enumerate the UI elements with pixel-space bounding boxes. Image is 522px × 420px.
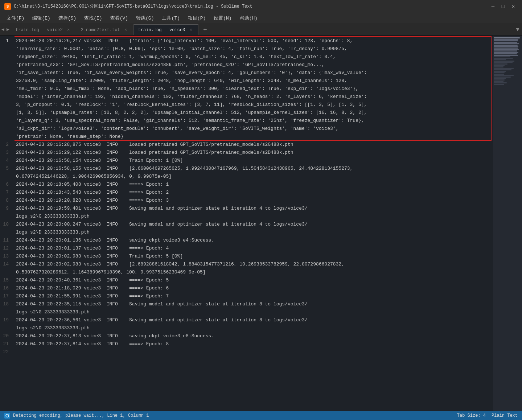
editor-container: 1 2 3 4 5 6 7 8 9 10 11 12 xyxy=(0,36,522,411)
maximize-button[interactable]: □ xyxy=(499,3,507,10)
menu-edit[interactable]: 编辑(E) xyxy=(29,14,54,22)
minimap-line xyxy=(494,84,504,85)
menu-view[interactable]: 查看(V) xyxy=(107,14,132,22)
code-line-10a[interactable]: 2024-04-23 20:20:00,247 voice3 INFO Savi… xyxy=(15,221,493,228)
code-line-1k: 'n_layers_q': 3, 'use_spectral_norm': Fa… xyxy=(15,117,493,125)
menu-find[interactable]: 查找(I) xyxy=(81,14,106,22)
tab-bar: ◀ ▶ train.log — voice2 × 2-name2text.txt… xyxy=(0,23,522,36)
tab-menu-button[interactable]: ▼ xyxy=(513,24,522,35)
line-num-spacer-19 xyxy=(0,324,12,332)
code-line-15[interactable]: 2024-04-23 20:20:40,361 voice3 INFO ====… xyxy=(15,276,493,284)
line-numbers: 1 2 3 4 5 6 7 8 9 10 11 12 xyxy=(0,36,15,411)
code-line-21[interactable]: 2024-04-23 20:22:37,814 voice3 INFO ====… xyxy=(15,340,493,348)
line-num-1: 1 xyxy=(0,37,12,45)
code-line-12[interactable]: 2024-04-23 20:20:01,137 voice3 INFO ====… xyxy=(15,244,493,252)
tab-prev-button[interactable]: ◀ xyxy=(1,26,4,32)
minimap-line xyxy=(494,71,506,72)
minimap-line xyxy=(494,49,519,50)
minimap-line xyxy=(494,75,514,76)
minimap[interactable] xyxy=(493,36,522,411)
code-line-2[interactable]: 2024-04-23 20:16:28,875 voice3 INFO load… xyxy=(15,141,493,149)
tab-next-button[interactable]: ▶ xyxy=(7,26,9,32)
code-line-18a[interactable]: 2024-04-23 20:22:35,115 voice3 INFO Savi… xyxy=(15,300,493,308)
tab-voice2-close[interactable]: × xyxy=(66,27,71,33)
code-line-1f: 32768.0, 'sampling_rate': 32000, 'filter… xyxy=(15,77,493,85)
code-line-16[interactable]: 2024-04-23 20:21:18,029 voice3 INFO ====… xyxy=(15,284,493,292)
tab-voice3-label: train.log — voice3 xyxy=(138,28,185,33)
code-line-1g: 'mel_fmin': 0.0, 'mel_fmax': None, 'add_… xyxy=(15,85,493,93)
tab-name2text[interactable]: 2-name2text.txt × xyxy=(76,24,133,35)
app-icon: S xyxy=(4,3,11,10)
menu-settings[interactable]: 设置(N) xyxy=(210,14,235,22)
menu-project[interactable]: 项目(P) xyxy=(184,14,209,22)
code-line-14a[interactable]: 2024-04-23 20:20:02,983 voice3 INFO [2.6… xyxy=(15,260,493,268)
line-num-spacer-1j xyxy=(0,117,12,125)
menu-file[interactable]: 文件(F) xyxy=(3,14,28,22)
line-1-block: 2024-04-23 20:16:26,217 voice3 INFO {'tr… xyxy=(15,37,493,141)
status-left: Detecting encoding, please wait..., Line… xyxy=(4,413,451,419)
line-num-8: 8 xyxy=(0,197,12,205)
minimap-line xyxy=(494,82,507,83)
line-num-12: 12 xyxy=(0,244,12,252)
file-type-label[interactable]: Plain Text xyxy=(492,413,518,418)
menu-help[interactable]: 帮助(H) xyxy=(236,14,261,22)
minimap-line xyxy=(494,55,518,56)
code-line-19b: logs_s2\D_233333333333.pth xyxy=(15,324,493,332)
tab-voice3[interactable]: train.log — voice3 × xyxy=(133,24,199,35)
minimap-line xyxy=(494,48,518,49)
code-line-1[interactable]: 2024-04-23 20:16:26,217 voice3 INFO {'tr… xyxy=(15,37,493,45)
line-num-spacer-10 xyxy=(0,228,12,236)
minimap-line xyxy=(494,42,517,43)
menu-tools[interactable]: 工具(T) xyxy=(158,14,183,22)
code-line-11[interactable]: 2024-04-23 20:20:01,136 voice3 INFO savi… xyxy=(15,236,493,244)
close-button[interactable]: ✕ xyxy=(509,3,518,10)
tab-voice2[interactable]: train.log — voice2 × xyxy=(11,24,76,35)
line-num-spacer-18 xyxy=(0,308,12,316)
minimap-line xyxy=(494,37,520,38)
code-line-1m: 'pretrain': None, 'resume_step': None} xyxy=(15,133,493,141)
code-line-7[interactable]: 2024-04-23 20:18:43,543 voice3 INFO ====… xyxy=(15,189,493,197)
minimap-line xyxy=(494,50,517,52)
tab-voice3-close[interactable]: × xyxy=(188,27,194,33)
minimize-button[interactable]: — xyxy=(489,3,497,10)
line-num-spacer-5 xyxy=(0,173,12,181)
minimap-line xyxy=(494,46,518,47)
line-num-20: 20 xyxy=(0,332,12,340)
line-num-spacer-1k xyxy=(0,125,12,133)
line-num-spacer-1b xyxy=(0,53,12,61)
code-line-13[interactable]: 2024-04-23 20:20:02,983 voice3 INFO Trai… xyxy=(15,252,493,260)
line-num-3: 3 xyxy=(0,149,12,157)
line-num-13: 13 xyxy=(0,252,12,260)
code-line-3[interactable]: 2024-04-23 20:16:29,122 voice3 INFO load… xyxy=(15,149,493,157)
code-line-1j: [1, 3, 5]], 'upsample_rates': [10, 8, 2,… xyxy=(15,109,493,117)
minimap-line xyxy=(494,52,518,53)
code-line-19a[interactable]: 2024-04-23 20:22:36,561 voice3 INFO Savi… xyxy=(15,316,493,324)
minimap-line xyxy=(494,40,518,41)
menu-goto[interactable]: 转跳(G) xyxy=(132,14,157,22)
code-line-1e: 'if_save_latest': True, 'if_save_every_w… xyxy=(15,69,493,77)
tabs-container: train.log — voice2 × 2-name2text.txt × t… xyxy=(11,24,513,35)
line-num-spacer-1h xyxy=(0,101,12,109)
line-num-10: 10 xyxy=(0,221,12,228)
minimap-line xyxy=(494,43,519,44)
code-line-17[interactable]: 2024-04-23 20:21:55,991 voice3 INFO ====… xyxy=(15,292,493,300)
menu-select[interactable]: 选择(S) xyxy=(55,14,80,22)
code-line-5a[interactable]: 2024-04-23 20:16:58,155 voice3 INFO [2.6… xyxy=(15,165,493,173)
code-line-9a[interactable]: 2024-04-23 20:19:59,401 voice3 INFO Savi… xyxy=(15,205,493,213)
minimap-line xyxy=(494,56,510,57)
tab-add-button[interactable]: + xyxy=(200,25,210,35)
code-line-4[interactable]: 2024-04-23 20:16:58,154 voice3 INFO Trai… xyxy=(15,157,493,165)
code-line-9b: logs_s2\G_233333333333.pth xyxy=(15,213,493,221)
code-area[interactable]: 2024-04-23 20:16:26,217 voice3 INFO {'tr… xyxy=(15,36,493,411)
line-num-19: 19 xyxy=(0,316,12,324)
code-line-1d: 'pretrained_s2G': 'GPT_SoVITS/pretrained… xyxy=(15,61,493,69)
line-num-21: 21 xyxy=(0,340,12,348)
line-num-15: 15 xyxy=(0,276,12,284)
code-line-8[interactable]: 2024-04-23 20:19:20,828 voice3 INFO ====… xyxy=(15,197,493,205)
tab-size-label[interactable]: Tab Size: 4 xyxy=(457,413,486,418)
code-line-20[interactable]: 2024-04-23 20:22:37,813 voice3 INFO savi… xyxy=(15,332,493,340)
line-num-spacer-1c xyxy=(0,61,12,69)
code-line-6[interactable]: 2024-04-23 20:18:05,408 voice3 INFO ====… xyxy=(15,181,493,189)
tab-name2text-close[interactable]: × xyxy=(123,27,129,33)
minimap-line xyxy=(494,66,503,67)
